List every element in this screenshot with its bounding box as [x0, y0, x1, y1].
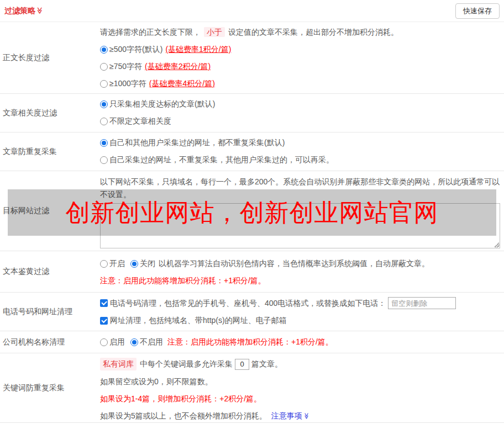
- option-label: ≥500字符(默认): [109, 44, 162, 55]
- row-content: 私有词库 中每个关键词最多允许采集 篇文章。 如果留空或设为0，则不限篇数。 如…: [100, 353, 504, 422]
- option-label: 关闭: [140, 258, 155, 269]
- porn-filter-cost-note: 注意：启用此功能将增加积分消耗：+1积分/篇。: [100, 275, 500, 287]
- quick-save-button[interactable]: 快速保存: [455, 3, 500, 19]
- option-label: 自己采集过的网址，不重复采集，其他用户采集过的，可以再采。: [109, 154, 334, 166]
- filter-strategy-page: 过滤策略≫ 快速保存 正文长度过滤 请选择需求的正文长度下限，小于设定值的文章不…: [0, 0, 504, 424]
- checkbox-checked-icon[interactable]: [100, 299, 108, 307]
- page-title-group[interactable]: 过滤策略≫: [4, 6, 44, 16]
- radio-selected-icon[interactable]: [130, 338, 138, 346]
- line1-text: 中每个关键词最多允许采集: [140, 358, 233, 370]
- row-label-porn-filter: 文本鉴黄过滤: [0, 251, 100, 292]
- company-cleanup-options: 启用 不启用 注意：启用此功能将增加积分消耗：+1积分/篇。: [100, 336, 500, 348]
- option-label: 不限定文章相关度: [109, 115, 171, 127]
- option-fee-note: (基础费率4积分/篇): [149, 78, 215, 89]
- keyword-dedup-line2: 如果留空或设为0，则不限篇数。: [100, 376, 500, 388]
- row-keyword-dedup: 关键词防重复采集 私有词库 中每个关键词最多允许采集 篇文章。 如果留空或设为0…: [0, 353, 504, 423]
- radio-icon[interactable]: [100, 338, 108, 346]
- option-label: 电话号码清理，包括常见的手机号、座机号、400电话格式，或替换成如下电话：: [110, 298, 386, 309]
- radio-selected-icon[interactable]: [100, 100, 108, 108]
- chevron-down-icon: ≫: [36, 7, 44, 14]
- option-label: 启用: [109, 336, 125, 348]
- row-porn-detection-filter: 文本鉴黄过滤 开启 关闭 以机器学习算法自动识别色情内容，当色情概率达到系统阈值…: [0, 251, 504, 293]
- radio-option-500-chars[interactable]: ≥500字符(默认) (基础费率1积分/篇): [100, 44, 500, 55]
- intro-text-after: 设定值的文章不采集，超出部分不增加积分消耗。: [228, 28, 398, 36]
- line4-text: 如果设为5篇或以上，也不会额外增加积分消耗。: [100, 411, 267, 420]
- row-label-target-site: 目标网站过滤: [0, 171, 100, 251]
- radio-option-global-dedup[interactable]: 自己和其他用户采集过的网址，都不重复采集(默认): [100, 137, 500, 149]
- checkbox-option-url-cleanup[interactable]: 网址清理，包括纯域名、带http(s)的网址、电子邮箱: [100, 315, 500, 326]
- option-fee-note: (基础费率1积分/篇): [165, 44, 231, 55]
- row-phone-url-cleanup: 电话号码和网址清理 电话号码清理，包括常见的手机号、座机号、400电话格式，或替…: [0, 293, 504, 331]
- chevron-down-icon: ≫: [301, 413, 312, 420]
- content-length-intro: 请选择需求的正文长度下限，小于设定值的文章不采集，超出部分不增加积分消耗。: [100, 26, 500, 38]
- row-content: 启用 不启用 注意：启用此功能将增加积分消耗：+1积分/篇。: [100, 336, 504, 348]
- radio-selected-icon[interactable]: [100, 46, 108, 54]
- page-title: 过滤策略: [4, 6, 35, 15]
- row-label-keyword-dedup: 关键词防重复采集: [0, 353, 100, 422]
- keyword-dedup-cost-note: 如果设为1-4篇，则增加积分消耗：+2积分/篇。: [100, 393, 500, 405]
- row-content-length-filter: 正文长度过滤 请选择需求的正文长度下限，小于设定值的文章不采集，超出部分不增加积…: [0, 22, 504, 94]
- radio-option-750-chars[interactable]: ≥750字符 (基础费率2积分/篇): [100, 61, 500, 72]
- company-cleanup-cost-note: 注意：启用此功能将增加积分消耗：+1积分/篇。: [167, 336, 333, 348]
- blocked-sites-textarea[interactable]: [100, 203, 500, 248]
- radio-option-1000-chars[interactable]: ≥1000字符 (基础费率4积分/篇): [100, 78, 500, 89]
- row-target-site-filter: 目标网站过滤 以下网站不采集，只填域名，每行一个，最多200个。系统会自动识别并…: [0, 171, 504, 251]
- max-articles-input[interactable]: [235, 359, 249, 370]
- option-label: ≥1000字符: [109, 78, 146, 89]
- radio-selected-icon[interactable]: [130, 260, 138, 268]
- row-content: 自己和其他用户采集过的网址，都不重复采集(默认) 自己采集过的网址，不重复采集，…: [100, 132, 504, 171]
- private-thesaurus-badge: 私有词库: [100, 358, 136, 370]
- radio-option-disable[interactable]: 关闭: [130, 258, 155, 269]
- radio-option-no-relevance-limit[interactable]: 不限定文章相关度: [100, 115, 500, 127]
- radio-option-self-dedup[interactable]: 自己采集过的网址，不重复采集，其他用户采集过的，可以再采。: [100, 154, 500, 166]
- radio-icon[interactable]: [100, 80, 108, 88]
- radio-option-enable[interactable]: 启用: [100, 336, 125, 348]
- notes-link-label: 注意事项: [271, 411, 302, 420]
- keyword-dedup-line1: 私有词库 中每个关键词最多允许采集 篇文章。: [100, 358, 500, 370]
- page-header: 过滤策略≫ 快速保存: [0, 0, 504, 22]
- option-label: 只采集相关度达标的文章(默认): [109, 98, 215, 110]
- notes-link[interactable]: 注意事项≫: [271, 411, 310, 420]
- option-label: 开启: [109, 258, 125, 269]
- radio-icon[interactable]: [100, 156, 108, 164]
- line1-tail: 篇文章。: [251, 358, 282, 370]
- radio-option-relevance-only[interactable]: 只采集相关度达标的文章(默认): [100, 98, 500, 110]
- radio-option-enable[interactable]: 开启: [100, 258, 125, 269]
- option-fee-note: (基础费率2积分/篇): [145, 61, 211, 72]
- row-content: 只采集相关度达标的文章(默认) 不限定文章相关度: [100, 94, 504, 132]
- row-label-company-cleanup: 公司机构名称清理: [0, 337, 100, 347]
- row-content: 开启 关闭 以机器学习算法自动识别色情内容，当色情概率达到系统阈值，自动屏蔽文章…: [100, 251, 504, 292]
- row-content: 以下网站不采集，只填域名，每行一个，最多200个。系统会自动识别并屏蔽那些非文章…: [100, 171, 504, 251]
- row-article-dedup: 文章防重复采集 自己和其他用户采集过的网址，都不重复采集(默认) 自己采集过的网…: [0, 132, 504, 171]
- checkbox-checked-icon[interactable]: [100, 317, 108, 325]
- target-site-description: 以下网站不采集，只填域名，每行一个，最多200个。系统会自动识别并屏蔽那些非文章…: [100, 176, 500, 201]
- porn-filter-description: 以机器学习算法自动识别色情内容，当色情概率达到系统阈值，自动屏蔽文章。: [159, 258, 429, 269]
- radio-icon[interactable]: [100, 118, 108, 125]
- row-label-phone-url: 电话号码和网址清理: [0, 293, 100, 331]
- checkbox-option-phone-cleanup[interactable]: 电话号码清理，包括常见的手机号、座机号、400电话格式，或替换成如下电话：: [100, 297, 500, 309]
- row-content: 电话号码清理，包括常见的手机号、座机号、400电话格式，或替换成如下电话： 网址…: [100, 293, 504, 331]
- row-article-relevance-filter: 文章相关度过滤 只采集相关度达标的文章(默认) 不限定文章相关度: [0, 94, 504, 132]
- row-label-relevance: 文章相关度过滤: [0, 94, 100, 132]
- less-than-badge: 小于: [204, 27, 225, 37]
- row-label-dedup: 文章防重复采集: [0, 132, 100, 171]
- porn-filter-options: 开启 关闭 以机器学习算法自动识别色情内容，当色情概率达到系统阈值，自动屏蔽文章…: [100, 258, 500, 269]
- row-company-name-cleanup: 公司机构名称清理 启用 不启用 注意：启用此功能将增加积分消耗：+1积分/篇。: [0, 331, 504, 353]
- radio-selected-icon[interactable]: [100, 139, 108, 147]
- row-content: 请选择需求的正文长度下限，小于设定值的文章不采集，超出部分不增加积分消耗。 ≥5…: [100, 22, 504, 93]
- option-label: ≥750字符: [109, 61, 142, 72]
- row-label-content-length: 正文长度过滤: [0, 22, 100, 93]
- radio-icon[interactable]: [100, 260, 108, 268]
- radio-icon[interactable]: [100, 63, 108, 71]
- option-label: 网址清理，包括纯域名、带http(s)的网址、电子邮箱: [110, 315, 287, 326]
- option-label: 自己和其他用户采集过的网址，都不重复采集(默认): [109, 137, 285, 149]
- option-label: 不启用: [140, 336, 163, 348]
- keyword-dedup-line4: 如果设为5篇或以上，也不会额外增加积分消耗。注意事项≫: [100, 410, 500, 422]
- phone-replacement-input[interactable]: [388, 297, 456, 309]
- radio-option-disable[interactable]: 不启用: [130, 336, 163, 348]
- intro-text-before: 请选择需求的正文长度下限，: [100, 28, 201, 36]
